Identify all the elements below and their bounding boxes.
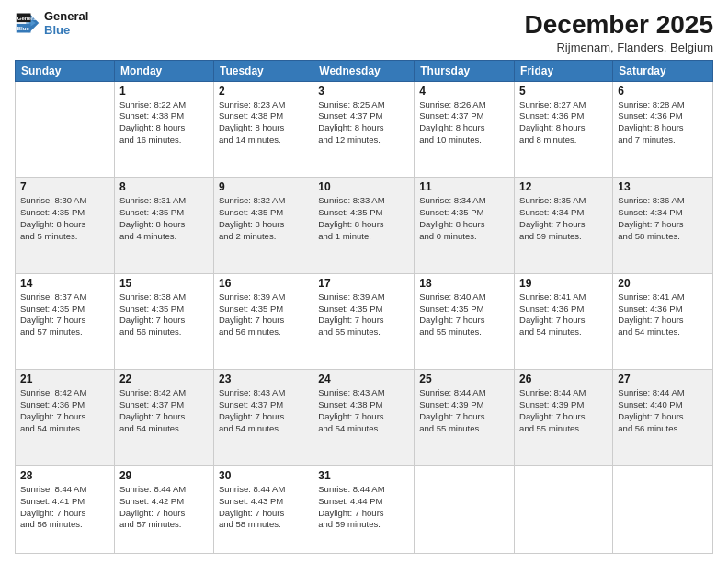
day-number: 17: [318, 277, 409, 290]
month-title: December 2025: [525, 9, 713, 40]
table-row: 2Sunrise: 8:23 AM Sunset: 4:38 PM Daylig…: [213, 81, 313, 178]
day-info: Sunrise: 8:35 AM Sunset: 4:34 PM Dayligh…: [519, 195, 608, 242]
table-row: 15Sunrise: 8:38 AM Sunset: 4:35 PM Dayli…: [114, 273, 213, 370]
day-number: 13: [618, 180, 708, 193]
table-row: 17Sunrise: 8:39 AM Sunset: 4:35 PM Dayli…: [313, 273, 415, 370]
table-row: 16Sunrise: 8:39 AM Sunset: 4:35 PM Dayli…: [213, 273, 313, 370]
table-row: 25Sunrise: 8:44 AM Sunset: 4:39 PM Dayli…: [415, 370, 515, 466]
col-saturday: Saturday: [613, 60, 713, 81]
table-row: 9Sunrise: 8:32 AM Sunset: 4:35 PM Daylig…: [213, 178, 313, 274]
table-row: 14Sunrise: 8:37 AM Sunset: 4:35 PM Dayli…: [16, 273, 115, 370]
day-info: Sunrise: 8:42 AM Sunset: 4:36 PM Dayligh…: [20, 387, 109, 434]
day-info: Sunrise: 8:25 AM Sunset: 4:37 PM Dayligh…: [318, 99, 409, 146]
location: Rijmenam, Flanders, Belgium: [525, 40, 713, 54]
day-number: 6: [618, 85, 708, 98]
day-info: Sunrise: 8:23 AM Sunset: 4:38 PM Dayligh…: [219, 99, 308, 146]
day-number: 23: [219, 373, 308, 385]
day-info: Sunrise: 8:44 AM Sunset: 4:39 PM Dayligh…: [419, 387, 509, 434]
logo-text: General Blue: [44, 9, 88, 37]
day-number: 21: [20, 373, 109, 385]
table-row: 5Sunrise: 8:27 AM Sunset: 4:36 PM Daylig…: [515, 81, 613, 178]
day-number: 2: [219, 85, 308, 98]
day-number: 18: [419, 277, 509, 290]
day-info: Sunrise: 8:44 AM Sunset: 4:41 PM Dayligh…: [20, 484, 109, 531]
col-thursday: Thursday: [415, 60, 515, 81]
table-row: 13Sunrise: 8:36 AM Sunset: 4:34 PM Dayli…: [613, 178, 713, 274]
table-row: 7Sunrise: 8:30 AM Sunset: 4:35 PM Daylig…: [16, 178, 115, 274]
table-row: 8Sunrise: 8:31 AM Sunset: 4:35 PM Daylig…: [114, 178, 213, 274]
table-row: 26Sunrise: 8:44 AM Sunset: 4:39 PM Dayli…: [515, 370, 613, 466]
day-number: 26: [519, 373, 608, 385]
svg-text:General: General: [17, 15, 39, 21]
calendar-week-row: 1Sunrise: 8:22 AM Sunset: 4:38 PM Daylig…: [16, 81, 713, 178]
day-info: Sunrise: 8:44 AM Sunset: 4:39 PM Dayligh…: [519, 387, 608, 434]
table-row: 19Sunrise: 8:41 AM Sunset: 4:36 PM Dayli…: [515, 273, 613, 370]
col-friday: Friday: [515, 60, 613, 81]
day-number: 10: [318, 180, 409, 193]
day-info: Sunrise: 8:26 AM Sunset: 4:37 PM Dayligh…: [419, 99, 509, 146]
day-number: 25: [419, 373, 509, 385]
day-info: Sunrise: 8:38 AM Sunset: 4:35 PM Dayligh…: [119, 292, 209, 339]
day-info: Sunrise: 8:44 AM Sunset: 4:42 PM Dayligh…: [119, 484, 209, 531]
table-row: 30Sunrise: 8:44 AM Sunset: 4:43 PM Dayli…: [213, 465, 313, 553]
table-row: 18Sunrise: 8:40 AM Sunset: 4:35 PM Dayli…: [415, 273, 515, 370]
day-info: Sunrise: 8:44 AM Sunset: 4:40 PM Dayligh…: [618, 387, 708, 434]
table-row: [16, 81, 115, 178]
title-block: December 2025 Rijmenam, Flanders, Belgiu…: [525, 9, 713, 54]
day-info: Sunrise: 8:42 AM Sunset: 4:37 PM Dayligh…: [119, 387, 209, 434]
logo-icon: General Blue: [15, 10, 40, 36]
table-row: 28Sunrise: 8:44 AM Sunset: 4:41 PM Dayli…: [16, 465, 115, 553]
table-row: 11Sunrise: 8:34 AM Sunset: 4:35 PM Dayli…: [415, 178, 515, 274]
day-info: Sunrise: 8:44 AM Sunset: 4:43 PM Dayligh…: [219, 484, 308, 531]
calendar-week-row: 21Sunrise: 8:42 AM Sunset: 4:36 PM Dayli…: [16, 370, 713, 466]
day-number: 28: [20, 469, 109, 482]
calendar-week-row: 28Sunrise: 8:44 AM Sunset: 4:41 PM Dayli…: [16, 465, 713, 553]
day-info: Sunrise: 8:40 AM Sunset: 4:35 PM Dayligh…: [419, 292, 509, 339]
table-row: 27Sunrise: 8:44 AM Sunset: 4:40 PM Dayli…: [613, 370, 713, 466]
table-row: 20Sunrise: 8:41 AM Sunset: 4:36 PM Dayli…: [613, 273, 713, 370]
day-info: Sunrise: 8:43 AM Sunset: 4:37 PM Dayligh…: [219, 387, 308, 434]
day-number: 12: [519, 180, 608, 193]
table-row: 29Sunrise: 8:44 AM Sunset: 4:42 PM Dayli…: [114, 465, 213, 553]
day-number: 3: [318, 85, 409, 98]
calendar-week-row: 14Sunrise: 8:37 AM Sunset: 4:35 PM Dayli…: [16, 273, 713, 370]
table-row: 21Sunrise: 8:42 AM Sunset: 4:36 PM Dayli…: [16, 370, 115, 466]
day-number: 7: [20, 180, 109, 193]
table-row: 10Sunrise: 8:33 AM Sunset: 4:35 PM Dayli…: [313, 178, 415, 274]
table-row: [515, 465, 613, 553]
day-info: Sunrise: 8:41 AM Sunset: 4:36 PM Dayligh…: [519, 292, 608, 339]
table-row: 1Sunrise: 8:22 AM Sunset: 4:38 PM Daylig…: [114, 81, 213, 178]
day-number: 29: [119, 469, 209, 482]
table-row: 12Sunrise: 8:35 AM Sunset: 4:34 PM Dayli…: [515, 178, 613, 274]
col-sunday: Sunday: [16, 60, 115, 81]
day-number: 24: [318, 373, 409, 385]
day-info: Sunrise: 8:22 AM Sunset: 4:38 PM Dayligh…: [119, 99, 209, 146]
day-number: 5: [519, 85, 608, 98]
day-info: Sunrise: 8:43 AM Sunset: 4:38 PM Dayligh…: [318, 387, 409, 434]
table-row: 31Sunrise: 8:44 AM Sunset: 4:44 PM Dayli…: [313, 465, 415, 553]
day-info: Sunrise: 8:27 AM Sunset: 4:36 PM Dayligh…: [519, 99, 608, 146]
day-number: 9: [219, 180, 308, 193]
calendar-week-row: 7Sunrise: 8:30 AM Sunset: 4:35 PM Daylig…: [16, 178, 713, 274]
logo: General Blue General Blue: [15, 9, 88, 37]
header: General Blue General Blue December 2025 …: [15, 9, 713, 54]
day-info: Sunrise: 8:37 AM Sunset: 4:35 PM Dayligh…: [20, 292, 109, 339]
day-info: Sunrise: 8:28 AM Sunset: 4:36 PM Dayligh…: [618, 99, 708, 146]
day-number: 8: [119, 180, 209, 193]
table-row: [613, 465, 713, 553]
day-number: 31: [318, 469, 409, 482]
day-number: 1: [119, 85, 209, 98]
day-number: 20: [618, 277, 708, 290]
day-info: Sunrise: 8:30 AM Sunset: 4:35 PM Dayligh…: [20, 195, 109, 242]
day-info: Sunrise: 8:44 AM Sunset: 4:44 PM Dayligh…: [318, 484, 409, 531]
page: General Blue General Blue December 2025 …: [0, 0, 728, 563]
day-number: 11: [419, 180, 509, 193]
table-row: 6Sunrise: 8:28 AM Sunset: 4:36 PM Daylig…: [613, 81, 713, 178]
day-info: Sunrise: 8:33 AM Sunset: 4:35 PM Dayligh…: [318, 195, 409, 242]
calendar-header-row: Sunday Monday Tuesday Wednesday Thursday…: [16, 60, 713, 81]
day-info: Sunrise: 8:41 AM Sunset: 4:36 PM Dayligh…: [618, 292, 708, 339]
col-tuesday: Tuesday: [213, 60, 313, 81]
table-row: 24Sunrise: 8:43 AM Sunset: 4:38 PM Dayli…: [313, 370, 415, 466]
day-info: Sunrise: 8:31 AM Sunset: 4:35 PM Dayligh…: [119, 195, 209, 242]
day-info: Sunrise: 8:34 AM Sunset: 4:35 PM Dayligh…: [419, 195, 509, 242]
